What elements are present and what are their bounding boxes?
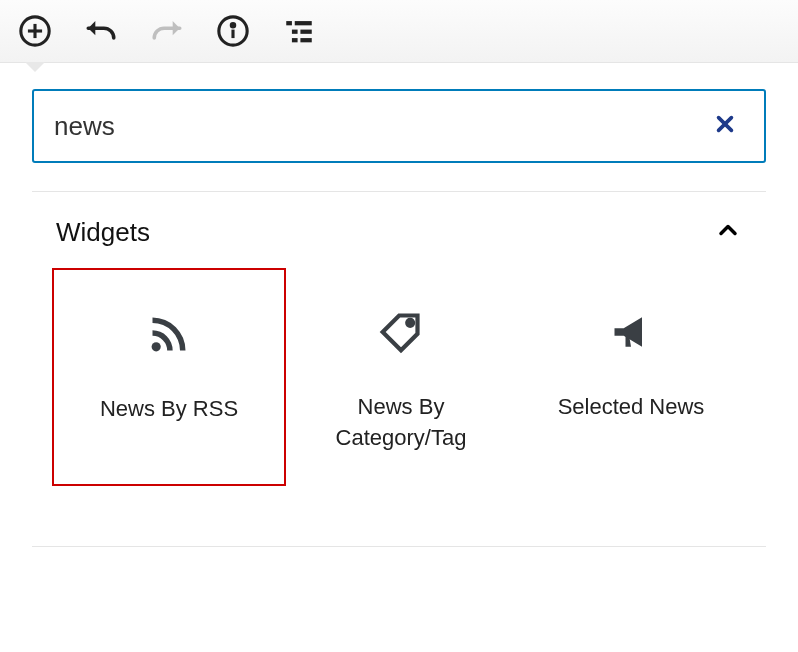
svg-point-14 — [152, 342, 161, 351]
svg-rect-7 — [295, 21, 312, 25]
widget-selected-news[interactable]: Selected News — [516, 268, 746, 486]
redo-button[interactable] — [150, 14, 184, 48]
svg-rect-8 — [292, 30, 298, 34]
chevron-up-icon — [714, 216, 742, 248]
close-icon — [714, 113, 736, 135]
section-title: Widgets — [56, 217, 150, 248]
plus-circle-icon — [18, 14, 52, 48]
widget-news-by-rss[interactable]: News By RSS — [52, 268, 286, 486]
outline-icon — [282, 14, 316, 48]
svg-rect-6 — [286, 21, 292, 25]
editor-toolbar — [0, 0, 798, 63]
widgets-grid: News By RSS News By Category/Tag Selecte… — [32, 268, 766, 526]
divider — [32, 546, 766, 547]
clear-search-button[interactable] — [706, 103, 744, 150]
add-block-button[interactable] — [18, 14, 52, 48]
svg-rect-11 — [300, 38, 311, 42]
svg-rect-10 — [292, 38, 298, 42]
widgets-section-header[interactable]: Widgets — [32, 192, 766, 268]
redo-icon — [150, 14, 184, 48]
info-icon — [216, 14, 250, 48]
widget-label: News By RSS — [100, 394, 238, 425]
search-container — [32, 89, 766, 163]
widget-label: News By Category/Tag — [298, 392, 504, 454]
outline-button[interactable] — [282, 14, 316, 48]
widget-label: Selected News — [558, 392, 705, 423]
widget-news-by-category-tag[interactable]: News By Category/Tag — [286, 268, 516, 486]
svg-rect-9 — [300, 30, 311, 34]
svg-point-15 — [407, 320, 413, 326]
megaphone-icon — [609, 308, 653, 356]
svg-point-4 — [231, 24, 234, 27]
undo-icon — [84, 14, 118, 48]
tag-icon — [379, 308, 423, 356]
rss-icon — [147, 310, 191, 358]
block-inserter-panel: Widgets News By RSS — [0, 63, 798, 546]
undo-button[interactable] — [84, 14, 118, 48]
info-button[interactable] — [216, 14, 250, 48]
search-input[interactable] — [54, 111, 706, 142]
